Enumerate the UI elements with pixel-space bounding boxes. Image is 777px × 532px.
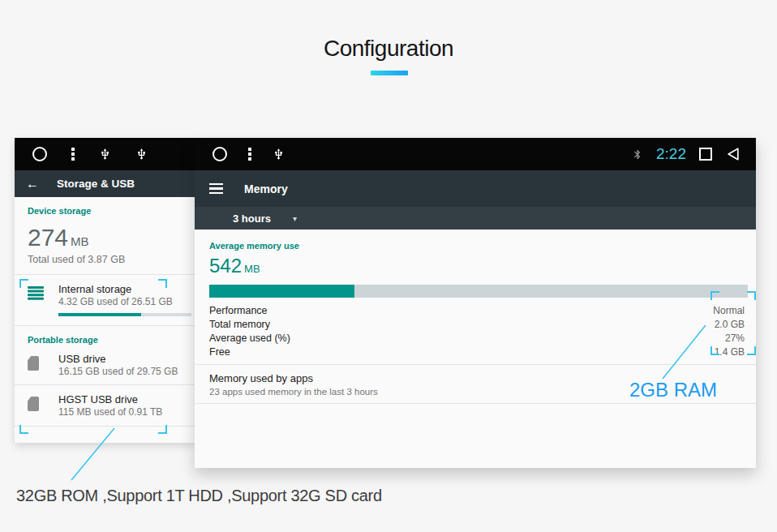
- usb-icon: [135, 146, 148, 162]
- status-time: 2:22: [656, 145, 686, 163]
- stat-value: 27%: [725, 332, 745, 344]
- average-memory-label: Average memory use: [209, 241, 756, 251]
- rom-annotation: 32GB ROM ,Support 1T HDD ,Support 32G SD…: [16, 487, 382, 505]
- back-arrow-icon[interactable]: ←: [26, 177, 39, 191]
- stat-value: 2.0 GB: [715, 319, 745, 330]
- device-storage-section-label: Device storage: [28, 206, 195, 216]
- divider: [195, 403, 756, 404]
- memory-usage-bar: [209, 285, 748, 298]
- memory-status-bar: 2:22: [195, 138, 756, 170]
- stat-row-performance: Performance Normal: [209, 303, 745, 317]
- storage-usb-screen: ← Storage & USB Device storage 274MB Tot…: [15, 138, 195, 443]
- home-circle-icon[interactable]: [212, 147, 227, 161]
- recents-square-icon[interactable]: [699, 148, 712, 161]
- sd-card-icon: [28, 356, 45, 377]
- divider: [15, 325, 195, 326]
- divider: [15, 426, 195, 427]
- internal-storage-icon: [28, 286, 45, 307]
- usb-icon: [99, 146, 111, 162]
- device-storage-value: 274MB: [28, 224, 195, 251]
- internal-storage-row[interactable]: Internal storage 4.32 GB used of 26.51 G…: [15, 275, 195, 307]
- average-memory-unit: MB: [244, 263, 260, 275]
- stat-value: 1.4 GB: [715, 346, 745, 358]
- portable-storage-section-label: Portable storage: [28, 335, 195, 345]
- page-title: Configuration: [0, 36, 777, 62]
- ram-annotation: 2GB RAM: [629, 379, 717, 401]
- usb-drive-subtitle: 16.15 GB used of 29.75 GB: [58, 366, 191, 377]
- time-range-value: 3 hours: [233, 212, 271, 225]
- back-triangle-icon[interactable]: [725, 146, 741, 162]
- divider: [195, 364, 756, 365]
- time-range-selector[interactable]: 3 hours ▾: [195, 207, 756, 230]
- stat-value: Normal: [713, 305, 745, 316]
- stat-label: Free: [209, 346, 230, 358]
- hgst-usb-drive-row[interactable]: HGST USB drive 115 MB used of 0.91 TB: [15, 385, 195, 418]
- storage-app-title: Storage & USB: [57, 178, 135, 190]
- internal-storage-progress: [58, 313, 191, 316]
- overflow-dots-icon: [248, 148, 251, 161]
- usb-drive-title: USB drive: [58, 353, 191, 365]
- usb-icon: [273, 146, 285, 162]
- average-memory-value: 542MB: [209, 255, 756, 277]
- stat-label: Performance: [209, 305, 268, 316]
- stat-row-total-memory: Total memory 2.0 GB: [209, 317, 745, 331]
- bluetooth-icon: [632, 147, 643, 162]
- hgst-drive-title: HGST USB drive: [58, 393, 191, 405]
- overflow-dots-icon: [71, 148, 75, 161]
- memory-app-bar: Memory: [195, 170, 756, 207]
- memory-screen: 2:22 Memory 3 hours ▾ Average memory use…: [195, 138, 756, 468]
- internal-storage-subtitle: 4.32 GB used of 26.51 GB: [58, 296, 191, 307]
- hgst-drive-subtitle: 115 MB used of 0.91 TB: [58, 406, 191, 418]
- stat-label: Average used (%): [209, 332, 290, 344]
- menu-hamburger-icon[interactable]: [209, 183, 223, 194]
- device-storage-number: 274: [28, 224, 68, 251]
- memory-stats-table: Performance Normal Total memory 2.0 GB A…: [209, 303, 745, 358]
- storage-status-bar: [15, 138, 195, 170]
- home-circle-icon[interactable]: [32, 147, 47, 161]
- memory-app-title: Memory: [244, 182, 288, 195]
- title-underline: [371, 71, 408, 75]
- device-storage-unit: MB: [71, 234, 89, 248]
- usb-drive-row[interactable]: USB drive 16.15 GB used of 29.75 GB: [15, 345, 195, 377]
- storage-app-bar: ← Storage & USB: [15, 170, 195, 197]
- device-storage-subtitle: Total used of 3.87 GB: [28, 254, 195, 265]
- stat-label: Total memory: [209, 319, 270, 330]
- chevron-down-icon: ▾: [293, 214, 297, 223]
- stat-row-average-used: Average used (%) 27%: [209, 331, 745, 345]
- average-memory-number: 542: [209, 255, 242, 277]
- internal-storage-title: Internal storage: [58, 283, 191, 295]
- sd-card-icon: [28, 397, 45, 418]
- stat-row-free: Free 1.4 GB: [209, 345, 745, 358]
